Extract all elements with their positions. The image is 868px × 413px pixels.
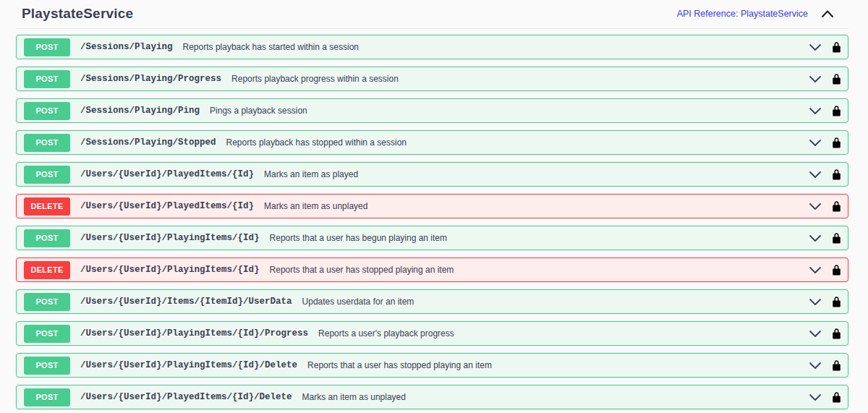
authorize-button[interactable] xyxy=(831,105,842,116)
method-badge: DELETE xyxy=(24,197,70,216)
lock-icon xyxy=(831,169,842,180)
chevron-down-icon xyxy=(809,234,822,242)
chevron-down-icon xyxy=(809,266,822,274)
expand-operation-button[interactable] xyxy=(809,75,822,83)
expand-operation-button[interactable] xyxy=(809,234,822,242)
operation-path: /Sessions/Playing/Progress xyxy=(80,74,221,84)
authorize-button[interactable] xyxy=(831,296,842,307)
chevron-down-icon xyxy=(809,75,822,83)
operation-path: /Users/{UserId}/PlayedItems/{Id} xyxy=(80,169,254,179)
operation-description: Reports that a user has stopped playing … xyxy=(270,265,803,275)
expand-operation-button[interactable] xyxy=(809,362,822,370)
lock-icon xyxy=(831,41,842,53)
operation-path: /Users/{UserId}/PlayingItems/{Id} xyxy=(80,233,260,243)
expand-operation-button[interactable] xyxy=(809,203,822,210)
operation-row[interactable]: POST /Sessions/Playing Reports playback … xyxy=(16,35,848,59)
chevron-down-icon xyxy=(809,107,822,115)
operations-list: POST /Sessions/Playing Reports playback … xyxy=(16,35,848,409)
operation-row[interactable]: POST /Sessions/Playing/Stopped Reports p… xyxy=(16,130,848,155)
operation-path: /Sessions/Playing xyxy=(80,42,173,52)
method-badge: POST xyxy=(24,166,70,184)
operation-path: /Users/{UserId}/PlayedItems/{Id} xyxy=(80,201,254,211)
lock-icon xyxy=(831,232,842,244)
operation-row[interactable]: POST /Users/{UserId}/Items/{ItemId}/User… xyxy=(16,289,848,314)
operation-row[interactable]: POST /Sessions/Playing/Ping Pings a play… xyxy=(16,98,848,123)
chevron-down-icon xyxy=(809,203,822,210)
authorize-button[interactable] xyxy=(831,359,842,371)
chevron-down-icon xyxy=(809,298,822,306)
operation-path: /Users/{UserId}/PlayingItems/{Id}/Delete xyxy=(80,360,297,370)
operation-row[interactable]: POST /Users/{UserId}/PlayingItems/{Id}/P… xyxy=(16,321,848,346)
lock-icon xyxy=(831,73,842,85)
authorize-button[interactable] xyxy=(831,137,842,148)
expand-operation-button[interactable] xyxy=(809,266,822,274)
operation-row[interactable]: DELETE /Users/{UserId}/PlayedItems/{Id} … xyxy=(16,194,848,218)
method-badge: POST xyxy=(24,388,70,406)
chevron-down-icon xyxy=(809,139,822,147)
expand-operation-button[interactable] xyxy=(809,298,822,306)
chevron-down-icon xyxy=(809,330,822,338)
method-badge: POST xyxy=(24,134,70,152)
lock-icon xyxy=(831,359,842,371)
operation-description: Reports playback has stopped within a se… xyxy=(226,137,803,148)
operation-row[interactable]: POST /Users/{UserId}/PlayingItems/{Id} R… xyxy=(16,226,848,250)
operation-description: Reports playback progress within a sessi… xyxy=(231,74,803,84)
operation-description: Reports that a user has stopped playing … xyxy=(307,360,803,370)
expand-operation-button[interactable] xyxy=(809,107,822,115)
method-badge: POST xyxy=(24,325,70,343)
operation-path: /Users/{UserId}/PlayingItems/{Id} xyxy=(80,265,260,275)
method-badge: DELETE xyxy=(24,261,70,279)
authorize-button[interactable] xyxy=(831,200,842,212)
api-reference-link[interactable]: API Reference: PlaystateService xyxy=(677,9,808,19)
operation-row[interactable]: POST /Sessions/Playing/Progress Reports … xyxy=(16,67,848,91)
expand-operation-button[interactable] xyxy=(809,171,822,179)
authorize-button[interactable] xyxy=(831,391,842,403)
method-badge: POST xyxy=(24,38,70,56)
expand-operation-button[interactable] xyxy=(809,330,822,338)
collapse-section-button[interactable] xyxy=(820,7,835,20)
operation-description: Marks an item as unplayed xyxy=(264,201,803,211)
authorize-button[interactable] xyxy=(831,41,842,53)
authorize-button[interactable] xyxy=(831,169,842,180)
lock-icon xyxy=(831,296,842,307)
lock-icon xyxy=(831,200,842,212)
expand-operation-button[interactable] xyxy=(809,393,822,401)
authorize-button[interactable] xyxy=(831,264,842,276)
method-badge: POST xyxy=(24,229,70,247)
operation-path: /Users/{UserId}/PlayingItems/{Id}/Progre… xyxy=(80,328,308,339)
method-badge: POST xyxy=(24,357,70,375)
authorize-button[interactable] xyxy=(831,232,842,244)
playstate-service-section: PlaystateService API Reference: Playstat… xyxy=(0,0,868,409)
expand-operation-button[interactable] xyxy=(809,139,822,147)
lock-icon xyxy=(831,264,842,276)
method-badge: POST xyxy=(24,293,70,311)
method-badge: POST xyxy=(24,70,70,88)
operation-description: Updates userdata for an item xyxy=(302,297,803,307)
lock-icon xyxy=(831,105,842,116)
operation-description: Marks an item as unplayed xyxy=(302,392,803,402)
section-header: PlaystateService API Reference: Playstat… xyxy=(16,6,848,29)
chevron-down-icon xyxy=(809,393,822,401)
lock-icon xyxy=(831,137,842,148)
chevron-up-icon xyxy=(821,9,834,18)
operation-path: /Users/{UserId}/Items/{ItemId}/UserData xyxy=(80,297,292,307)
operation-path: /Sessions/Playing/Ping xyxy=(80,106,200,116)
lock-icon xyxy=(831,328,842,339)
operation-description: Reports playback has started within a se… xyxy=(183,42,803,52)
operation-row[interactable]: POST /Users/{UserId}/PlayedItems/{Id} Ma… xyxy=(16,162,848,187)
authorize-button[interactable] xyxy=(831,73,842,85)
operation-path: /Users/{UserId}/PlayedItems/{Id}/Delete xyxy=(80,392,292,402)
operation-row[interactable]: POST /Users/{UserId}/PlayingItems/{Id}/D… xyxy=(16,353,848,378)
operation-row[interactable]: DELETE /Users/{UserId}/PlayingItems/{Id}… xyxy=(16,257,848,282)
method-badge: POST xyxy=(24,102,70,120)
lock-icon xyxy=(831,391,842,403)
operation-row[interactable]: POST /Users/{UserId}/PlayedItems/{Id}/De… xyxy=(16,385,848,409)
page-title: PlaystateService xyxy=(22,6,133,22)
expand-operation-button[interactable] xyxy=(809,43,822,51)
operation-description: Pings a playback session xyxy=(210,106,803,116)
operation-description: Marks an item as played xyxy=(264,169,803,179)
authorize-button[interactable] xyxy=(831,328,842,339)
operation-description: Reports that a user has begun playing an… xyxy=(270,233,803,243)
chevron-down-icon xyxy=(809,43,822,51)
chevron-down-icon xyxy=(809,171,822,179)
